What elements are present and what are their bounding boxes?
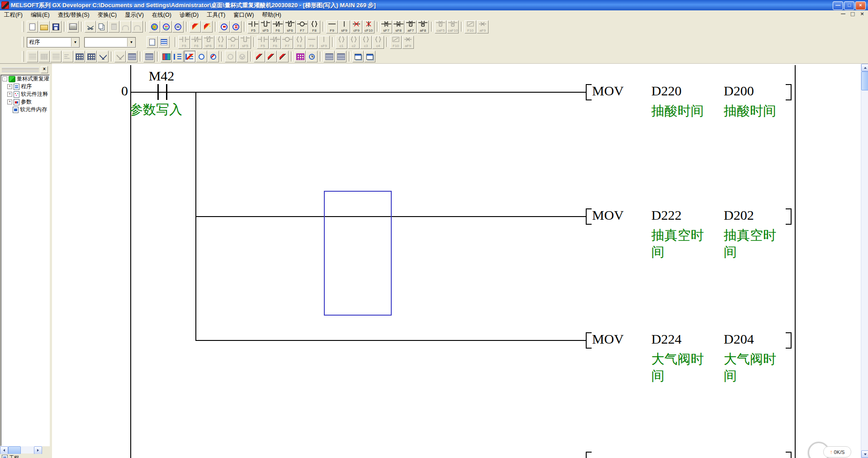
toolbar-grip[interactable]	[22, 37, 24, 47]
ladder-symbol-sF5-button[interactable]: sF5	[260, 20, 271, 33]
statement-edit-button[interactable]	[143, 51, 155, 62]
maximize-button[interactable]: □	[844, 1, 854, 10]
ladder-edit-button[interactable]	[190, 21, 201, 33]
ladder-symbol-sF8-button[interactable]: sF8	[393, 20, 404, 33]
find-button[interactable]	[149, 21, 160, 33]
menu-item-1[interactable]: 编辑(E)	[27, 11, 54, 19]
device-test-on-button[interactable]	[254, 51, 265, 62]
mdi-restore-icon[interactable]: □	[849, 11, 856, 17]
comment-display-button[interactable]	[172, 51, 184, 62]
new-project-button[interactable]	[27, 21, 38, 33]
mdi-close-icon[interactable]: ×	[859, 11, 865, 17]
find-combobox[interactable]: ▼	[84, 37, 136, 47]
menu-item-0[interactable]: 工程(F)	[0, 11, 27, 19]
collapse-icon[interactable]: -	[2, 76, 7, 81]
save-project-button[interactable]	[50, 21, 62, 33]
copy-button[interactable]	[96, 21, 108, 33]
forced-output-button[interactable]	[277, 51, 289, 62]
mdi-minimize-icon[interactable]: —	[840, 11, 846, 17]
sidebar-grabber[interactable]	[2, 67, 39, 72]
tree-item-0[interactable]: -量杯式重复灌酸机20030820	[1, 75, 49, 83]
speed-indicator[interactable]: ↑ 0K/S	[823, 446, 851, 458]
scroll-left-button[interactable]	[0, 446, 8, 454]
ladder-symbol-label: aF9	[403, 44, 413, 48]
vertical-scrollbar[interactable]	[861, 64, 868, 458]
combobox-dropdown-icon[interactable]: ▼	[127, 38, 135, 47]
project-tab[interactable]: 工程	[0, 454, 52, 458]
tree-item-2[interactable]: +软元件注释	[1, 90, 49, 98]
scroll-up-button[interactable]	[861, 64, 868, 71]
tool-b-button[interactable]	[335, 51, 346, 62]
insert-block-button[interactable]	[74, 51, 85, 62]
find-string-button[interactable]	[172, 21, 184, 33]
convert-all-icon	[41, 54, 48, 60]
ladder-symbol-sF9-button[interactable]: sF9	[338, 20, 350, 33]
scroll-down-button[interactable]	[861, 450, 868, 458]
sidebar-horizontal-scrollbar[interactable]	[0, 446, 42, 453]
menu-item-6[interactable]: 诊断(D)	[175, 11, 203, 19]
menu-item-8[interactable]: 窗口(W)	[229, 11, 258, 19]
ladder-symbol-F5-button[interactable]: F5	[247, 20, 259, 33]
device-test-display-button[interactable]	[161, 51, 172, 62]
ladder-symbol-aF9-button: aF9	[477, 20, 489, 33]
expand-icon[interactable]: +	[7, 92, 12, 97]
menu-item-9[interactable]: 帮助(H)	[258, 11, 285, 19]
ladder-symbol-sF6-button[interactable]: sF6	[284, 20, 296, 33]
ladder-symbol-F9-button[interactable]: F9	[326, 20, 338, 33]
monitor-start-button[interactable]	[218, 21, 230, 33]
branch-line-button[interactable]	[97, 51, 109, 62]
title-bar[interactable]: MELSOFT系列 GX Developer C:\Documents and …	[0, 0, 868, 10]
toolbar-grip[interactable]	[22, 21, 24, 32]
tool-a-button[interactable]	[323, 51, 335, 62]
combine-block-button[interactable]	[85, 51, 97, 62]
cut-button[interactable]	[85, 21, 96, 33]
open-project-button[interactable]	[38, 21, 50, 33]
sidebar-dock-bar[interactable]: ×	[0, 66, 50, 73]
forced-output-icon	[280, 54, 287, 60]
ladder-editor[interactable]: 0M42参数写入MOVD220D200抽酸时间抽酸时间MOVD222D202抽真…	[52, 64, 861, 458]
ladder-symbol-sF7-button[interactable]: sF7	[380, 20, 392, 33]
device-test-off-button[interactable]	[266, 51, 277, 62]
new-window-button[interactable]	[147, 36, 158, 48]
tile-windows-button[interactable]	[364, 51, 375, 62]
ladder-symbol-F8-button[interactable]: F8	[308, 20, 320, 33]
scroll-thumb[interactable]	[861, 71, 868, 90]
program-type-combobox[interactable]: 程序▼	[27, 37, 80, 47]
tree-item-4[interactable]: 软元件内存	[1, 106, 49, 113]
edit-mode-button[interactable]	[184, 51, 195, 62]
ladder-symbol-cF9-button[interactable]: cF9	[351, 20, 362, 33]
print-button[interactable]	[67, 21, 79, 33]
expand-icon[interactable]: +	[7, 84, 12, 89]
ladder-symbol-F7-button[interactable]: F7	[296, 20, 308, 33]
ladder-symbol-aF8-button[interactable]: aF8	[417, 20, 429, 33]
menu-item-2[interactable]: 查找/替换(S)	[54, 11, 94, 19]
toolbar-grip[interactable]	[22, 51, 24, 62]
ladder-symbol-cF10-button[interactable]: cF10	[363, 20, 375, 33]
ladder-edit-special-button[interactable]	[201, 21, 213, 33]
menu-item-4[interactable]: 显示(V)	[121, 11, 148, 19]
tree-item-3[interactable]: +参数	[1, 98, 49, 106]
monitor-stop-button[interactable]	[230, 21, 242, 33]
sidebar-close-button[interactable]: ×	[41, 66, 48, 73]
ladder-symbol-aF7-button[interactable]: aF7	[405, 20, 417, 33]
ladder-symbol-F6-button[interactable]: F6	[272, 20, 284, 33]
scroll-thumb[interactable]	[8, 446, 21, 454]
menu-item-5[interactable]: 在线(O)	[148, 11, 175, 19]
clock-monitor-button[interactable]	[306, 51, 318, 62]
menu-item-7[interactable]: 工具(T)	[203, 11, 229, 19]
menu-item-3[interactable]: 变换(C)	[94, 11, 121, 19]
cascade-windows-button[interactable]	[352, 51, 364, 62]
minimize-button[interactable]: —	[833, 1, 843, 10]
device-batch-monitor-button[interactable]	[294, 51, 306, 62]
project-list-button[interactable]	[158, 36, 170, 48]
find-replace-button[interactable]	[161, 21, 172, 33]
read-mode-button[interactable]	[196, 51, 207, 62]
tree-item-1[interactable]: +程序	[1, 83, 49, 90]
comment-edit-button[interactable]	[126, 51, 138, 62]
expand-icon[interactable]: +	[7, 99, 12, 104]
combobox-dropdown-icon[interactable]: ▼	[71, 38, 79, 47]
edit-mode-icon	[185, 54, 194, 60]
scroll-right-button[interactable]	[34, 446, 42, 454]
close-button[interactable]: ×	[855, 1, 866, 10]
write-mode-button[interactable]	[208, 51, 219, 62]
